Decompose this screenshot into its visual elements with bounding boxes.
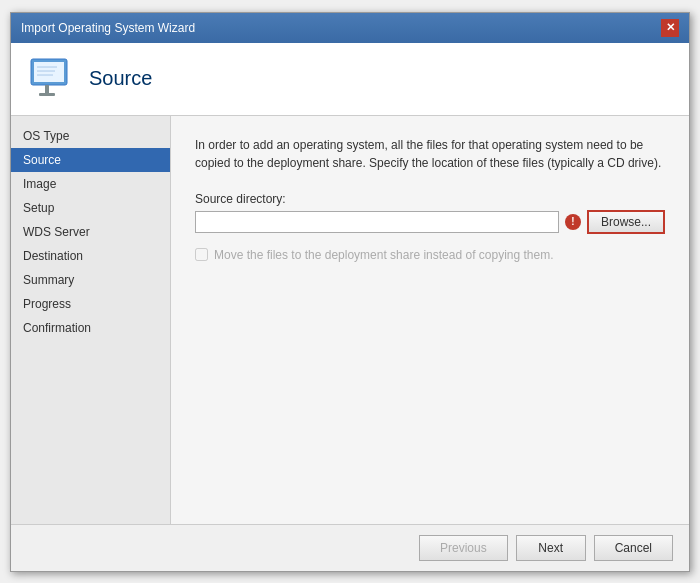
sidebar-item-destination[interactable]: Destination (11, 244, 170, 268)
sidebar-item-os-type[interactable]: OS Type (11, 124, 170, 148)
sidebar: OS Type Source Image Setup WDS Server De… (11, 116, 171, 524)
sidebar-item-wds-server[interactable]: WDS Server (11, 220, 170, 244)
required-indicator: ! (565, 214, 581, 230)
next-button[interactable]: Next (516, 535, 586, 561)
svg-rect-1 (34, 62, 64, 82)
description-text: In order to add an operating system, all… (195, 136, 665, 172)
body-area: OS Type Source Image Setup WDS Server De… (11, 116, 689, 524)
computer-icon (27, 55, 75, 103)
close-button[interactable]: ✕ (661, 19, 679, 37)
header-area: Source (11, 43, 689, 116)
source-directory-label: Source directory: (195, 192, 665, 206)
browse-button[interactable]: Browse... (587, 210, 665, 234)
checkbox-row: Move the files to the deployment share i… (195, 248, 665, 262)
cancel-button[interactable]: Cancel (594, 535, 673, 561)
previous-button[interactable]: Previous (419, 535, 508, 561)
sidebar-item-setup[interactable]: Setup (11, 196, 170, 220)
footer-area: Previous Next Cancel (11, 524, 689, 571)
move-files-label: Move the files to the deployment share i… (214, 248, 554, 262)
sidebar-item-progress[interactable]: Progress (11, 292, 170, 316)
input-row: ! Browse... (195, 210, 665, 234)
svg-rect-3 (39, 93, 55, 96)
move-files-checkbox[interactable] (195, 248, 208, 261)
source-directory-input[interactable] (195, 211, 559, 233)
dialog-title: Import Operating System Wizard (21, 21, 195, 35)
content-area: In order to add an operating system, all… (171, 116, 689, 524)
header-title: Source (89, 67, 152, 90)
import-os-wizard-dialog: Import Operating System Wizard ✕ Source … (10, 12, 690, 572)
sidebar-item-source[interactable]: Source (11, 148, 170, 172)
title-bar: Import Operating System Wizard ✕ (11, 13, 689, 43)
sidebar-item-confirmation[interactable]: Confirmation (11, 316, 170, 340)
sidebar-item-image[interactable]: Image (11, 172, 170, 196)
svg-rect-2 (45, 85, 49, 93)
sidebar-item-summary[interactable]: Summary (11, 268, 170, 292)
